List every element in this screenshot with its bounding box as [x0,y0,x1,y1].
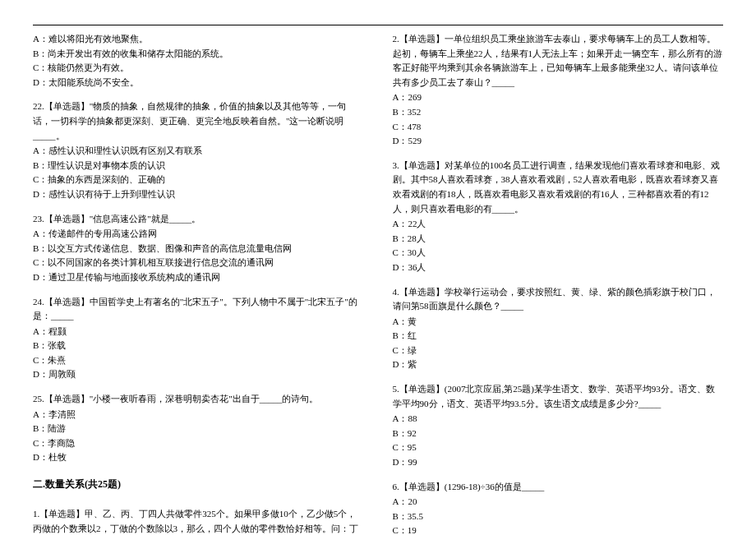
option-d: D：太阳能系统尚不安全。 [33,76,364,90]
section2-question-6: 6.【单选题】(1296-18)÷36的值是_____ A：20 B：35.5 … [393,480,724,535]
option-c: C：绿 [393,344,724,358]
option-a: A：程颢 [33,325,364,339]
option-c: C：抽象的东西是深刻的、正确的 [33,173,364,187]
option-b: B：张载 [33,339,364,353]
option-c: C：19 [393,523,724,535]
option-d: D：529 [393,134,724,149]
question-text: 22.【单选题】"物质的抽象，自然规律的抽象，价值的抽象以及其他等等，一句话，一… [33,99,364,143]
option-c: C：30人 [393,246,724,261]
option-a: A：感性认识和理性认识既有区别又有联系 [33,144,364,159]
option-c: C：核能仍然更为有效。 [33,61,364,76]
section2-question-3: 3.【单选题】对某单位的100名员工进行调查，结果发现他们喜欢看球赛和电影、戏剧… [393,159,724,275]
option-b: B：92 [393,427,724,441]
question-text: 24.【单选题】中国哲学史上有著名的"北宋五子"。下列人物中不属于"北宋五子"的… [33,295,364,324]
option-b: B：35.5 [393,510,724,524]
question-25: 25.【单选题】"小楼一夜听春雨，深巷明朝卖杏花"出自于_____的诗句。 A：… [33,392,364,465]
option-a: A：李清照 [33,408,364,422]
section2-question-4: 4.【单选题】学校举行运动会，要求按照红、黄、绿、紫的颜色插彩旗于校门口，请问第… [393,285,724,373]
question-text: 4.【单选题】学校举行运动会，要求按照红、黄、绿、紫的颜色插彩旗于校门口，请问第… [393,285,724,314]
option-d: D：杜牧 [33,450,364,465]
option-c: C：李商隐 [33,436,364,451]
section2-question-5: 5.【单选题】(2007北京应届,第25题)某学生语文、数学、英语平均93分。语… [393,382,724,470]
question-text: 25.【单选题】"小楼一夜听春雨，深巷明朝卖杏花"出自于_____的诗句。 [33,392,364,407]
question-24: 24.【单选题】中国哲学史上有著名的"北宋五子"。下列人物中不属于"北宋五子"的… [33,295,364,383]
section2-question-2: 2.【单选题】一单位组织员工乘坐旅游车去泰山，要求每辆车上的员工人数相等。起初，… [393,32,724,149]
option-a: A：88 [393,412,724,427]
question-23: 23.【单选题】"信息高速公路"就是_____。 A：传递邮件的专用高速公路网 … [33,212,364,285]
option-d: D：99 [393,455,724,470]
question-text: 6.【单选题】(1296-18)÷36的值是_____ [393,480,724,495]
option-c: C：478 [393,120,724,135]
right-column: 2.【单选题】一单位组织员工乘坐旅游车去泰山，要求每辆车上的员工人数相等。起初，… [393,32,724,535]
section-2-header: 二.数量关系(共25题) [33,477,364,492]
section2-question-1: 1.【单选题】甲、乙、丙、丁四人共做零件325个。如果甲多做10个，乙少做5个，… [33,507,364,535]
option-b: B：以交互方式传递信息、数据、图像和声音的高信息流量电信网 [33,242,364,256]
option-d: D：紫 [393,357,724,372]
option-a: A：20 [393,495,724,510]
option-b: B：尚未开发出有效的收集和储存太阳能的系统。 [33,47,364,62]
question-22: 22.【单选题】"物质的抽象，自然规律的抽象，价值的抽象以及其他等等，一句话，一… [33,99,364,201]
option-d: D：36人 [393,261,724,275]
question-text: 5.【单选题】(2007北京应届,第25题)某学生语文、数学、英语平均93分。语… [393,382,724,411]
left-column: A：难以将阳光有效地聚焦。 B：尚未开发出有效的收集和储存太阳能的系统。 C：核… [33,32,364,535]
option-c: C：朱熹 [33,353,364,368]
question-text: 3.【单选题】对某单位的100名员工进行调查，结果发现他们喜欢看球赛和电影、戏剧… [393,159,724,216]
option-c: C：以不同国家的各类计算机相互联接进行信息交流的通讯网 [33,256,364,270]
option-a: A：难以将阳光有效地聚焦。 [33,32,364,47]
option-b: B：理性认识是对事物本质的认识 [33,159,364,173]
question-text: 23.【单选题】"信息高速公路"就是_____。 [33,212,364,227]
option-d: D：感性认识有待于上升到理性认识 [33,187,364,202]
option-b: B：352 [393,105,724,120]
question-text: 1.【单选题】甲、乙、丙、丁四人共做零件325个。如果甲多做10个，乙少做5个，… [33,507,364,535]
option-a: A：黄 [393,315,724,330]
question-21-continued: A：难以将阳光有效地聚焦。 B：尚未开发出有效的收集和储存太阳能的系统。 C：核… [33,32,364,90]
option-a: A：269 [393,90,724,105]
option-b: B：28人 [393,232,724,247]
option-a: A：22人 [393,217,724,232]
option-d: D：周敦颐 [33,367,364,382]
option-c: C：95 [393,440,724,455]
option-a: A：传递邮件的专用高速公路网 [33,227,364,242]
question-text: 2.【单选题】一单位组织员工乘坐旅游车去泰山，要求每辆车上的员工人数相等。起初，… [393,32,724,90]
option-d: D：通过卫星传输与地面接收系统构成的通讯网 [33,270,364,285]
option-b: B：陆游 [33,422,364,436]
option-b: B：红 [393,329,724,344]
